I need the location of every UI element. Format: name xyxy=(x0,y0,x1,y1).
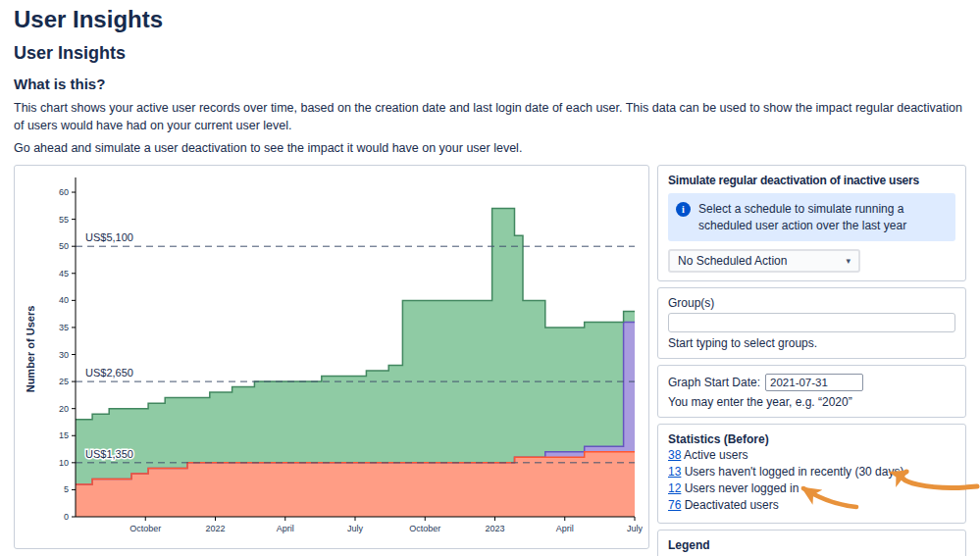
svg-text:30: 30 xyxy=(59,350,69,360)
what-is-this-heading: What is this? xyxy=(14,76,966,92)
svg-text:US$5,100: US$5,100 xyxy=(85,232,133,244)
right-column: Simulate regular deactivation of inactiv… xyxy=(657,165,966,556)
info-message-box: i Select a schedule to simulate running … xyxy=(668,193,955,240)
statistics-heading: Statistics (Before) xyxy=(668,432,955,446)
scheduled-action-selected-value: No Scheduled Action xyxy=(678,254,787,268)
svg-text:April: April xyxy=(556,524,574,533)
legend-panel: Legend Users who have logged in sinceUse… xyxy=(657,530,966,556)
statistic-count-link[interactable]: 12 xyxy=(668,481,681,495)
statistic-label: Deactivated users xyxy=(685,498,779,512)
legend-heading: Legend xyxy=(668,538,955,552)
svg-text:October: October xyxy=(129,524,161,533)
statistic-count-link[interactable]: 38 xyxy=(668,448,681,462)
svg-text:35: 35 xyxy=(59,323,69,332)
svg-text:25: 25 xyxy=(59,377,69,386)
simulate-panel-heading: Simulate regular deactivation of inactiv… xyxy=(668,174,955,187)
svg-text:Number of Users: Number of Users xyxy=(25,306,36,393)
user-activity-area-chart: US$5,100US$2,650US$1,3500510152025303540… xyxy=(21,172,643,542)
statistic-count-link[interactable]: 13 xyxy=(668,465,681,479)
start-date-panel: Graph Start Date: You may enter the year… xyxy=(657,365,966,418)
chevron-down-icon: ▾ xyxy=(846,256,851,266)
svg-text:10: 10 xyxy=(59,458,69,468)
svg-text:April: April xyxy=(277,524,294,533)
scheduled-action-select[interactable]: No Scheduled Action ▾ xyxy=(668,249,860,273)
start-date-input[interactable] xyxy=(765,374,863,391)
svg-text:50: 50 xyxy=(59,242,69,252)
section-title: User Insights xyxy=(14,43,966,64)
statistic-label: Active users xyxy=(684,448,748,462)
svg-text:40: 40 xyxy=(59,296,69,306)
svg-text:60: 60 xyxy=(59,187,69,197)
svg-text:15: 15 xyxy=(59,431,69,441)
statistic-row: 12 Users never logged in xyxy=(668,481,955,496)
info-message-text: Select a schedule to simulate running a … xyxy=(698,201,948,232)
start-date-label: Graph Start Date: xyxy=(668,376,760,389)
groups-label: Group(s) xyxy=(668,296,955,310)
content-columns: US$5,100US$2,650US$1,3500510152025303540… xyxy=(14,165,966,556)
statistic-count-link[interactable]: 76 xyxy=(668,498,681,512)
svg-text:July: July xyxy=(347,524,364,533)
svg-text:US$1,350: US$1,350 xyxy=(85,448,133,460)
groups-helper-text: Start typing to select groups. xyxy=(668,336,955,350)
description-line-2: Go ahead and simulate a user deactivatio… xyxy=(14,139,966,157)
svg-text:2022: 2022 xyxy=(205,524,225,533)
info-icon: i xyxy=(676,202,691,217)
svg-text:July: July xyxy=(627,524,643,533)
svg-text:55: 55 xyxy=(59,215,69,225)
svg-text:October: October xyxy=(409,524,440,533)
statistics-panel: Statistics (Before) 38 Active users13 Us… xyxy=(657,424,966,524)
statistic-label: Users haven't logged in recently (30 day… xyxy=(685,465,904,479)
statistic-row: 76 Deactivated users xyxy=(668,498,955,513)
svg-text:US$2,650: US$2,650 xyxy=(85,367,133,379)
svg-text:20: 20 xyxy=(59,404,69,414)
svg-text:0: 0 xyxy=(64,512,69,522)
statistic-row: 13 Users haven't logged in recently (30 … xyxy=(668,465,955,480)
statistic-label: Users never logged in xyxy=(685,481,799,495)
statistic-row: 38 Active users xyxy=(668,448,955,463)
svg-text:45: 45 xyxy=(59,269,69,278)
page: User Insights User Insights What is this… xyxy=(0,0,980,556)
start-date-helper-text: You may enter the year, e.g. “2020” xyxy=(668,395,955,409)
description-line-1: This chart shows your active user record… xyxy=(14,99,966,134)
svg-text:2023: 2023 xyxy=(485,524,504,533)
statistics-list: 38 Active users13 Users haven't logged i… xyxy=(668,448,955,513)
page-title: User Insights xyxy=(14,6,966,33)
groups-input[interactable] xyxy=(668,313,955,332)
groups-panel: Group(s) Start typing to select groups. xyxy=(657,287,966,359)
svg-text:5: 5 xyxy=(64,485,69,495)
simulate-panel: Simulate regular deactivation of inactiv… xyxy=(657,165,966,280)
user-chart-card: US$5,100US$2,650US$1,3500510152025303540… xyxy=(14,165,649,549)
